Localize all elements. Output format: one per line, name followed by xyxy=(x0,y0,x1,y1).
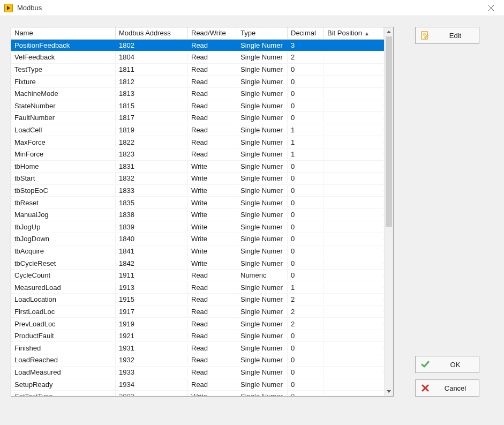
cell-decimal: 0 xyxy=(288,331,324,341)
cell-name: PositionFeedback xyxy=(11,40,116,50)
table-row[interactable]: FirstLoadLoc1917ReadSingle Numer2 xyxy=(11,306,393,318)
table-row[interactable]: CycleCount1911ReadNumeric0 xyxy=(11,270,393,282)
cell-type: Single Numer xyxy=(237,161,288,172)
col-header-decimal[interactable]: Decimal xyxy=(288,27,324,39)
table-row[interactable]: SetTestType2002WriteSingle Numer0 xyxy=(11,391,393,396)
cell-address: 1832 xyxy=(116,173,188,183)
cell-address: 1812 xyxy=(116,77,188,87)
titlebar[interactable]: Modbus xyxy=(0,0,504,16)
table-row[interactable]: LoadReached1932ReadSingle Numer0 xyxy=(11,354,393,367)
table-row[interactable]: tbStart1832WriteSingle Numer0 xyxy=(11,173,393,185)
cell-decimal: 0 xyxy=(288,270,324,280)
cell-address: 1919 xyxy=(116,319,188,329)
cell-bit xyxy=(324,262,384,264)
cell-rw: Write xyxy=(188,198,237,208)
cell-address: 1802 xyxy=(116,40,188,50)
table-row[interactable]: Fixture1812ReadSingle Numer0 xyxy=(11,76,393,88)
cell-name: tbJogDown xyxy=(11,234,116,244)
table-row[interactable]: LoadMeasured1933ReadSingle Numer0 xyxy=(11,367,393,379)
table-row[interactable]: tbHome1831WriteSingle Numer0 xyxy=(11,161,393,173)
cell-type: Single Numer xyxy=(237,113,288,123)
cell-address: 1842 xyxy=(116,258,188,269)
table-row[interactable]: PositionFeedback1802ReadSingle Numer3 xyxy=(11,40,393,52)
col-header-name[interactable]: Name xyxy=(11,27,116,39)
cell-bit xyxy=(324,323,384,325)
edit-button[interactable]: Edit xyxy=(415,27,479,44)
col-header-readwrite[interactable]: Read/Write xyxy=(188,27,237,39)
col-header-address[interactable]: Modbus Address xyxy=(116,27,188,39)
cell-address: 1813 xyxy=(116,88,188,99)
cell-decimal: 1 xyxy=(288,282,324,293)
table-row[interactable]: tbJogUp1839WriteSingle Numer0 xyxy=(11,221,393,234)
table-row[interactable]: MinForce1823ReadSingle Numer1 xyxy=(11,148,393,161)
cell-bit xyxy=(324,165,384,167)
cell-rw: Write xyxy=(188,234,237,244)
cell-type: Single Numer xyxy=(237,379,288,390)
cell-name: LoadCell xyxy=(11,125,116,135)
cell-type: Single Numer xyxy=(237,331,288,341)
cell-bit xyxy=(324,44,384,46)
cell-type: Single Numer xyxy=(237,101,288,111)
cell-address: 1815 xyxy=(116,101,188,111)
table-row[interactable]: SetupReady1934ReadSingle Numer0 xyxy=(11,378,393,391)
cell-address: 1840 xyxy=(116,234,188,244)
cell-name: LoadMeasured xyxy=(11,367,116,377)
cell-name: ProductFault xyxy=(11,331,116,341)
cell-address: 1838 xyxy=(116,210,188,220)
cell-address: 1811 xyxy=(116,64,188,74)
cell-name: TestType xyxy=(11,64,116,74)
cell-bit xyxy=(324,250,384,252)
table-body: PositionFeedback1802ReadSingle Numer3Vel… xyxy=(11,40,393,396)
cell-rw: Read xyxy=(188,64,237,74)
cell-type: Single Numer xyxy=(237,77,288,87)
table-row[interactable]: tbCycleReset1842WriteSingle Numer0 xyxy=(11,257,393,270)
cell-bit xyxy=(324,105,384,107)
cell-name: tbCycleReset xyxy=(11,258,116,269)
table-row[interactable]: ManualJog1838WriteSingle Numer0 xyxy=(11,209,393,221)
table-row[interactable]: VelFeedback1804ReadSingle Numer2 xyxy=(11,51,393,64)
cell-rw: Read xyxy=(188,379,237,390)
cell-type: Single Numer xyxy=(237,64,288,74)
table-row[interactable]: tbStopEoC1833WriteSingle Numer0 xyxy=(11,185,393,197)
table-row[interactable]: tbAcquire1841WriteSingle Numer0 xyxy=(11,245,393,258)
col-header-bit[interactable]: Bit Position▲ xyxy=(324,27,384,39)
ok-button[interactable]: OK xyxy=(415,356,479,373)
cancel-button[interactable]: Cancel xyxy=(415,379,479,397)
table-row[interactable]: tbReset1835WriteSingle Numer0 xyxy=(11,197,393,209)
close-button[interactable] xyxy=(480,1,502,15)
col-header-type[interactable]: Type xyxy=(237,27,288,39)
cell-bit xyxy=(324,93,384,95)
vertical-scrollbar[interactable] xyxy=(384,27,393,396)
table-row[interactable]: MaxForce1822ReadSingle Numer1 xyxy=(11,136,393,148)
cell-decimal: 0 xyxy=(288,77,324,87)
table-row[interactable]: Finished1931ReadSingle Numer0 xyxy=(11,342,393,354)
scroll-track[interactable] xyxy=(385,36,393,387)
table-row[interactable]: LoadCell1819ReadSingle Numer1 xyxy=(11,124,393,137)
table-row[interactable]: MachineMode1813ReadSingle Numer0 xyxy=(11,88,393,100)
cell-rw: Write xyxy=(188,161,237,172)
table-row[interactable]: StateNumber1815ReadSingle Numer0 xyxy=(11,100,393,113)
cell-bit xyxy=(324,310,384,312)
cell-name: tbStopEoC xyxy=(11,185,116,196)
chevron-down-icon xyxy=(387,390,391,393)
table-row[interactable]: tbJogDown1840WriteSingle Numer0 xyxy=(11,233,393,245)
table-row[interactable]: LoadLocation1915ReadSingle Numer2 xyxy=(11,294,393,306)
cell-address: 1835 xyxy=(116,198,188,208)
table-row[interactable]: TestType1811ReadSingle Numer0 xyxy=(11,64,393,76)
table-row[interactable]: MeasuredLoad1913ReadSingle Numer1 xyxy=(11,281,393,294)
cell-type: Single Numer xyxy=(237,343,288,353)
cell-bit xyxy=(324,153,384,155)
table-row[interactable]: FaultNumber1817ReadSingle Numer0 xyxy=(11,112,393,124)
cell-bit xyxy=(324,80,384,83)
cell-address: 1917 xyxy=(116,307,188,317)
scroll-down-button[interactable] xyxy=(385,387,393,396)
cell-rw: Write xyxy=(188,246,237,256)
scroll-thumb[interactable] xyxy=(386,36,392,227)
table-row[interactable]: PrevLoadLoc1919ReadSingle Numer2 xyxy=(11,318,393,330)
table-row[interactable]: ProductFault1921ReadSingle Numer0 xyxy=(11,330,393,342)
cell-rw: Read xyxy=(188,88,237,99)
scroll-up-button[interactable] xyxy=(385,27,393,36)
cell-decimal: 2 xyxy=(288,52,324,62)
cell-address: 1804 xyxy=(116,52,188,62)
ok-button-label: OK xyxy=(437,361,473,369)
